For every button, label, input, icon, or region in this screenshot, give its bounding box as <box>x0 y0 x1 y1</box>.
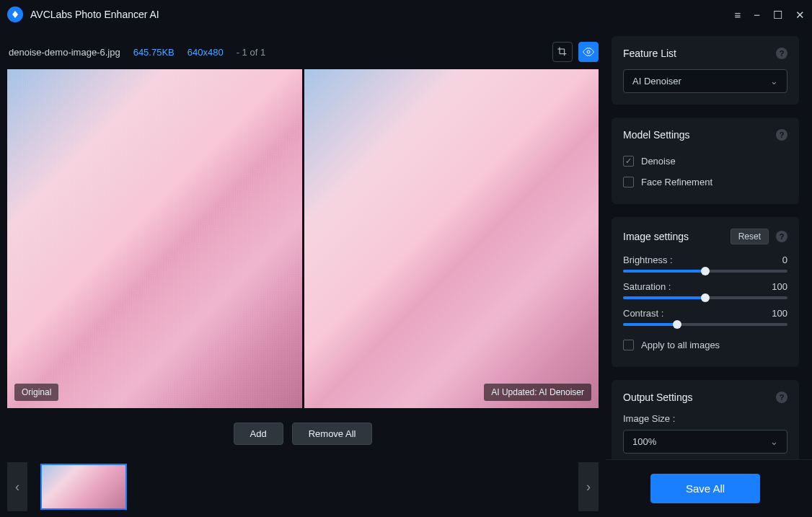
denoise-label: Denoise <box>641 156 676 167</box>
output-help-icon[interactable]: ? <box>776 392 787 403</box>
file-size: 645.75KB <box>133 47 175 58</box>
face-refinement-checkbox[interactable] <box>623 177 634 187</box>
face-refinement-label: Face Refinement <box>641 177 712 187</box>
denoise-checkbox[interactable] <box>623 156 634 167</box>
save-all-button[interactable]: Save All <box>650 474 760 503</box>
feature-list-title: Feature List <box>623 48 776 59</box>
model-settings-title: Model Settings <box>623 129 776 141</box>
minimize-button[interactable]: − <box>754 9 760 20</box>
image-settings-panel: Image settings Reset ? Brightness : 0 Sa… <box>612 217 799 367</box>
svg-point-0 <box>587 50 590 53</box>
model-settings-panel: Model Settings ? Denoise Face Refinement <box>612 118 799 204</box>
image-compare-viewer: Original AI Updated: AI Denoiser <box>7 69 599 408</box>
file-count: - 1 of 1 <box>237 47 265 58</box>
file-name: denoise-demo-image-6.jpg <box>9 47 120 58</box>
crop-button[interactable] <box>552 42 573 62</box>
maximize-button[interactable]: ☐ <box>773 9 782 20</box>
chevron-down-icon: ⌄ <box>770 76 778 87</box>
thumbnail-1[interactable] <box>40 464 127 510</box>
saturation-slider[interactable] <box>623 296 787 299</box>
enhanced-image-pane: AI Updated: AI Denoiser <box>304 69 599 408</box>
thumb-prev-button[interactable]: ‹ <box>7 462 27 511</box>
feature-list-panel: Feature List ? AI Denoiser ⌄ <box>612 36 799 105</box>
updated-label: AI Updated: AI Denoiser <box>484 384 591 401</box>
image-size-value: 100% <box>632 436 656 447</box>
original-label: Original <box>14 384 58 401</box>
menu-icon[interactable]: ≡ <box>734 9 741 20</box>
original-image-pane: Original <box>7 69 302 408</box>
image-help-icon[interactable]: ? <box>776 231 787 242</box>
brightness-value: 0 <box>782 255 787 265</box>
saturation-value: 100 <box>772 281 787 292</box>
brightness-slider[interactable] <box>623 270 787 273</box>
feature-help-icon[interactable]: ? <box>776 48 787 59</box>
model-help-icon[interactable]: ? <box>776 129 787 141</box>
brightness-label: Brightness : <box>623 255 673 265</box>
image-size-select[interactable]: 100% ⌄ <box>623 430 787 454</box>
apply-all-label: Apply to all images <box>641 340 720 350</box>
contrast-slider[interactable] <box>623 323 787 326</box>
feature-select-value: AI Denoiser <box>632 76 681 87</box>
contrast-label: Contrast : <box>623 308 663 319</box>
preview-toggle-button[interactable] <box>578 42 599 62</box>
apply-all-checkbox[interactable] <box>623 340 634 350</box>
image-size-label: Image Size : <box>623 413 787 424</box>
app-logo <box>7 6 23 22</box>
saturation-label: Saturation : <box>623 281 671 292</box>
reset-button[interactable]: Reset <box>731 229 769 244</box>
chevron-down-icon: ⌄ <box>770 436 778 447</box>
close-button[interactable]: ✕ <box>795 9 805 20</box>
contrast-value: 100 <box>772 308 787 319</box>
remove-all-button[interactable]: Remove All <box>292 423 373 445</box>
feature-select[interactable]: AI Denoiser ⌄ <box>623 69 787 93</box>
add-button[interactable]: Add <box>234 423 283 445</box>
file-dimensions: 640x480 <box>187 47 224 58</box>
output-settings-panel: Output Settings ? Image Size : 100% ⌄ <box>612 380 799 459</box>
image-settings-title: Image settings <box>623 231 731 242</box>
output-settings-title: Output Settings <box>623 392 776 403</box>
app-title: AVCLabs Photo Enhancer AI <box>30 9 734 20</box>
thumb-next-button[interactable]: › <box>578 462 599 511</box>
